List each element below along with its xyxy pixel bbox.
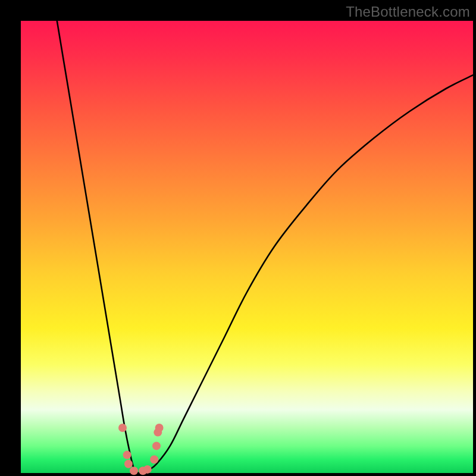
marker-dot: [124, 460, 133, 468]
watermark-text: TheBottleneck.com: [346, 4, 470, 20]
marker-dot: [123, 451, 131, 459]
marker-dot: [152, 441, 161, 450]
chart-frame: TheBottleneck.com: [0, 0, 476, 476]
plot-area: [21, 21, 473, 473]
marker-dot: [130, 466, 138, 475]
marker-dot: [143, 465, 152, 474]
curve-layer: [21, 21, 473, 473]
marker-dot: [118, 424, 127, 432]
bottleneck-curve: [57, 21, 473, 474]
marker-dot: [150, 455, 158, 464]
marker-dot: [155, 424, 164, 432]
